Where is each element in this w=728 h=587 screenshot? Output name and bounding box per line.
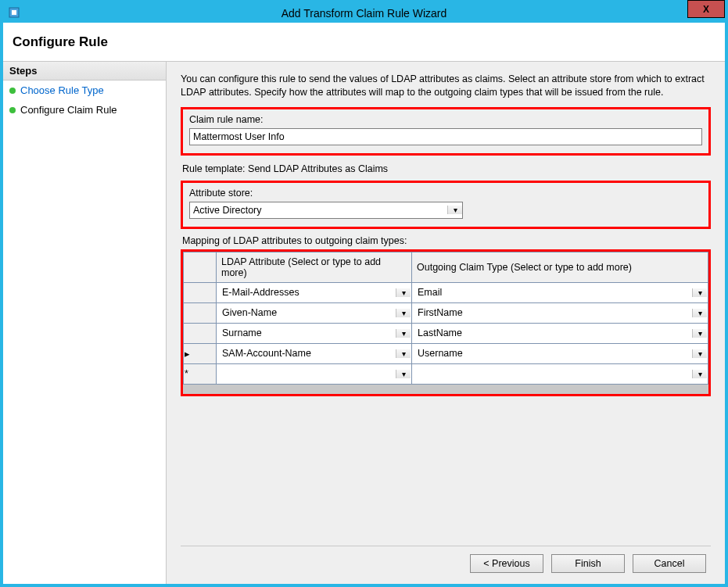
intro-text: You can configure this rule to send the … <box>181 73 711 99</box>
close-button[interactable]: X <box>687 0 725 18</box>
ldap-attribute-cell[interactable]: Given-Name ▾ <box>217 304 411 322</box>
bullet-icon <box>9 88 16 94</box>
outgoing-claim-cell[interactable]: ▾ <box>413 365 707 383</box>
chevron-down-icon: ▾ <box>396 349 411 358</box>
outgoing-claim-cell[interactable]: LastName ▾ <box>413 324 707 342</box>
chevron-down-icon: ▾ <box>692 349 707 358</box>
grid-corner <box>184 252 217 282</box>
chevron-down-icon: ▾ <box>396 309 411 317</box>
wizard-window: Add Transform Claim Rule Wizard X Config… <box>0 0 728 587</box>
chevron-down-icon: ▾ <box>692 329 707 338</box>
step-label: Configure Claim Rule <box>20 104 117 116</box>
chevron-down-icon: ▾ <box>692 288 707 297</box>
chevron-down-icon: ▾ <box>396 288 411 297</box>
row-marker <box>184 302 217 323</box>
claim-rule-name-input[interactable] <box>189 128 702 145</box>
table-row: Given-Name ▾ FirstName ▾ <box>184 302 708 323</box>
table-row: E-Mail-Addresses ▾ Email ▾ <box>184 282 708 302</box>
step-configure-claim-rule[interactable]: Configure Claim Rule <box>3 100 166 120</box>
table-row-new: * ▾ ▾ <box>184 363 708 384</box>
finish-button[interactable]: Finish <box>551 554 625 573</box>
row-marker <box>184 282 217 302</box>
outgoing-claim-cell[interactable]: Email ▾ <box>413 284 707 302</box>
row-marker: ▸ <box>184 343 217 363</box>
chevron-down-icon: ▾ <box>396 370 411 378</box>
chevron-down-icon: ▾ <box>396 329 411 338</box>
row-marker: * <box>184 363 217 384</box>
main-panel: You can configure this rule to send the … <box>166 62 725 584</box>
steps-title: Steps <box>3 62 166 81</box>
cancel-button[interactable]: Cancel <box>633 554 706 573</box>
wizard-buttons: < Previous Finish Cancel <box>181 546 711 578</box>
step-choose-rule-type[interactable]: Choose Rule Type <box>3 81 166 100</box>
mapping-label: Mapping of LDAP attributes to outgoing c… <box>182 235 709 246</box>
grid-header-claim: Outgoing Claim Type (Select or type to a… <box>412 252 708 282</box>
rule-template-label: Rule template: Send LDAP Attributes as C… <box>182 163 709 174</box>
outgoing-claim-cell[interactable]: FirstName ▾ <box>413 304 707 322</box>
claim-rule-name-label: Claim rule name: <box>189 114 702 125</box>
chevron-down-icon: ▾ <box>692 309 707 317</box>
chevron-down-icon: ▾ <box>692 370 707 378</box>
outgoing-claim-cell[interactable]: Username ▾ <box>413 345 707 363</box>
previous-button[interactable]: < Previous <box>470 554 543 573</box>
chevron-down-icon: ▾ <box>447 206 462 214</box>
steps-sidebar: Steps Choose Rule Type Configure Claim R… <box>3 62 166 584</box>
ldap-attribute-cell[interactable]: E-Mail-Addresses ▾ <box>217 284 411 302</box>
attribute-store-dropdown[interactable]: Active Directory ▾ <box>189 202 463 219</box>
grid-scrollbar[interactable] <box>183 385 708 394</box>
title-bar: Add Transform Claim Rule Wizard X <box>3 3 725 23</box>
bullet-icon <box>9 107 16 113</box>
step-label: Choose Rule Type <box>20 84 104 96</box>
app-icon <box>8 6 20 19</box>
page-title: Configure Rule <box>13 34 108 50</box>
ldap-attribute-cell[interactable]: SAM-Account-Name ▾ <box>217 345 411 363</box>
mapping-grid: LDAP Attribute (Select or type to add mo… <box>183 252 708 385</box>
table-row: Surname ▾ LastName ▾ <box>184 323 708 343</box>
attribute-store-group: Attribute store: Active Directory ▾ <box>181 181 711 229</box>
claim-rule-name-group: Claim rule name: <box>181 107 711 156</box>
ldap-attribute-cell[interactable]: ▾ <box>217 365 411 383</box>
window-title: Add Transform Claim Rule Wizard <box>282 7 447 20</box>
attribute-store-value: Active Directory <box>190 205 447 216</box>
page-header: Configure Rule <box>3 23 725 62</box>
svg-rect-1 <box>12 10 16 15</box>
grid-header-ldap: LDAP Attribute (Select or type to add mo… <box>217 252 412 282</box>
ldap-attribute-cell[interactable]: Surname ▾ <box>217 324 411 342</box>
attribute-store-label: Attribute store: <box>189 188 702 199</box>
mapping-grid-group: LDAP Attribute (Select or type to add mo… <box>181 249 711 396</box>
table-row: ▸ SAM-Account-Name ▾ Username ▾ <box>184 343 708 363</box>
close-icon: X <box>703 5 709 14</box>
wizard-body: Steps Choose Rule Type Configure Claim R… <box>3 62 725 584</box>
row-marker <box>184 323 217 343</box>
